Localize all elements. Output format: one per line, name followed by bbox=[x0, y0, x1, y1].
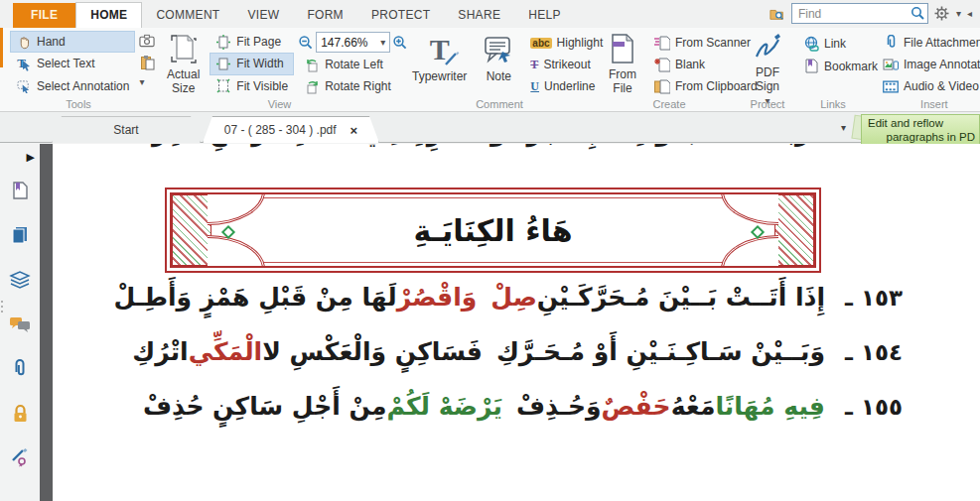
verse-number: ١٥٤ ـ bbox=[825, 339, 903, 365]
tab-home[interactable]: HOME bbox=[75, 2, 142, 28]
select-text-label: Select Text bbox=[37, 57, 94, 70]
folder-search-icon[interactable] bbox=[770, 6, 785, 22]
expand-arrow-icon: ▶ bbox=[27, 151, 35, 164]
group-view-label: View bbox=[157, 98, 402, 110]
fit-page-button[interactable]: Fit Page bbox=[210, 31, 294, 53]
tab-list-caret-down-icon[interactable]: ▾ bbox=[841, 122, 846, 133]
verse-number: ١٥٢ ـ bbox=[825, 144, 903, 146]
verse-segment: وَاقْصُرْ bbox=[397, 283, 478, 312]
panel-splitter-dots[interactable] bbox=[1, 301, 3, 313]
tab-help[interactable]: HELP bbox=[514, 3, 575, 28]
tab-share[interactable]: SHARE bbox=[444, 3, 514, 28]
audio-video-button[interactable]: Audio & Video bbox=[877, 75, 980, 97]
tab-comment[interactable]: COMMENT bbox=[142, 3, 233, 28]
tab-file[interactable]: FILE bbox=[13, 3, 75, 28]
note-button[interactable]: Note bbox=[477, 31, 520, 97]
file-attachment-button[interactable]: File Attachment bbox=[877, 32, 980, 54]
hand-icon bbox=[16, 34, 32, 50]
expand-panel-button[interactable]: ▶ bbox=[3, 146, 37, 168]
rotate-right-icon bbox=[304, 78, 320, 94]
pdf-sign-button[interactable]: PDF Sign ▾ bbox=[746, 31, 789, 97]
bookmark-button[interactable]: Bookmark bbox=[797, 55, 884, 77]
section-title-frame: هَاءُ الكِنَايَـةِ bbox=[165, 188, 821, 273]
zoom-level-combobox[interactable]: 147.66% ▾ bbox=[316, 32, 390, 53]
sidebar-bookmarks-button[interactable] bbox=[3, 168, 37, 212]
verse-segment: لَهَا مِنْ قَبْلِ هَمْزٍ وَأَطِـلْ bbox=[114, 283, 397, 312]
group-insert: File Attachment Image Annotat Audio & Vi… bbox=[873, 28, 980, 111]
frame-corner-arc bbox=[721, 192, 778, 225]
fit-width-label: Fit Width bbox=[236, 57, 283, 70]
main-area: ▶ bbox=[0, 144, 980, 501]
actual-size-button[interactable]: Actual Size bbox=[161, 31, 206, 97]
audio-video-icon bbox=[883, 78, 899, 94]
fit-page-label: Fit Page bbox=[236, 35, 281, 49]
gear-icon[interactable] bbox=[934, 6, 950, 22]
layers-icon bbox=[9, 270, 31, 290]
snapshot-camera-icon[interactable] bbox=[139, 33, 155, 49]
hand-tool-button[interactable]: Hand bbox=[10, 31, 135, 53]
select-annotation-button[interactable]: Select Annotation bbox=[10, 75, 135, 97]
sidebar-pages-button[interactable] bbox=[3, 212, 37, 257]
comments-icon bbox=[9, 315, 31, 333]
select-text-button[interactable]: T Select Text bbox=[10, 53, 135, 74]
verse-segment: صِلْ bbox=[490, 283, 536, 312]
verse-segment: وَبَــيْنْ سَـاكِـنَـيْنِ أَوْ مُـحَـرَّ… bbox=[496, 337, 825, 366]
from-file-button[interactable]: From File bbox=[601, 31, 644, 97]
sidebar-signature-button[interactable] bbox=[3, 436, 37, 480]
verse-segment: مَعْهُ bbox=[671, 392, 716, 421]
tab-form[interactable]: FORM bbox=[293, 3, 357, 28]
rotate-right-button[interactable]: Rotate Right bbox=[298, 75, 408, 97]
pdf-page: ١٥٢ ـ أَرْبَعَـةٌ نَصْبٌ وَسِتٌّ بِـالْج… bbox=[53, 144, 980, 501]
close-tab-icon[interactable]: × bbox=[350, 123, 358, 138]
navigation-sidebar: ▶ bbox=[0, 144, 40, 501]
gear-caret-down-icon[interactable]: ▾ bbox=[956, 8, 961, 19]
verse-segment: وَكَسْـرِهِ فِي حَالَـةِ الرَّفْـعِ نُصِ… bbox=[152, 144, 505, 147]
verse-segment: اتْرُكِ bbox=[132, 337, 188, 366]
doc-tab-document[interactable]: 07 - ( 285 - 304 ) .pdf × bbox=[203, 116, 379, 143]
note-icon bbox=[483, 33, 514, 66]
verse-row: ١٥٤ ـ وَبَــيْنْ سَـاكِـنَـيْنِ أَوْ مُـ… bbox=[53, 337, 980, 392]
hemistich-right: فِيهِ مُهَانًا مَعْهُ حَفْصٌ وَحُـذِفْ bbox=[516, 392, 825, 421]
collapse-toolbar-chevron-left-icon[interactable]: ◂ bbox=[967, 8, 972, 19]
verse-segment: وَحُـذِفْ bbox=[516, 392, 602, 421]
clipboard-caret-down-icon[interactable]: ▾ bbox=[139, 76, 155, 87]
tab-view[interactable]: VIEW bbox=[234, 3, 294, 28]
find-input[interactable] bbox=[791, 3, 928, 24]
rotate-left-button[interactable]: Rotate Left bbox=[298, 54, 408, 75]
doc-tab-start[interactable]: Start bbox=[52, 116, 201, 143]
clipboard-paste-icon[interactable] bbox=[139, 55, 155, 70]
group-create-label: Create bbox=[597, 98, 742, 110]
fit-visible-label: Fit Visible bbox=[236, 79, 288, 93]
search-icon[interactable] bbox=[910, 6, 925, 21]
group-links-label: Links bbox=[793, 98, 873, 110]
bookmark-label: Bookmark bbox=[824, 60, 878, 73]
edit-reflow-tooltip: Edit and reflow paragraphs in PD bbox=[861, 114, 980, 145]
link-button[interactable]: Link bbox=[797, 32, 884, 55]
select-annotation-label: Select Annotation bbox=[37, 79, 129, 93]
from-scanner-label: From Scanner bbox=[675, 36, 751, 50]
image-annotation-icon bbox=[883, 57, 899, 72]
hemistich-left: وَاقْصُرْ لَهَا مِنْ قَبْلِ هَمْزٍ وَأَط… bbox=[114, 283, 478, 312]
verse-row: ١٥٣ ـ إِذَا أَتَــتْ بَــيْنَ مُـحَرَّكَ… bbox=[53, 283, 980, 337]
zoom-out-icon[interactable] bbox=[298, 35, 314, 51]
paperclip-icon bbox=[12, 359, 28, 379]
frame-corner-arc bbox=[208, 192, 265, 225]
hemistich-right: أَرْبَعَـةٌ نَصْبٌ وَسِتٌّ بِـالْجَرِّ bbox=[519, 144, 825, 147]
image-annotation-button[interactable]: Image Annotat bbox=[877, 54, 980, 75]
group-view: Actual Size Fit Page Fit Width bbox=[157, 28, 402, 111]
actual-size-label: Actual Size bbox=[167, 68, 200, 96]
sidebar-attachments-button[interactable] bbox=[3, 346, 37, 391]
fit-width-button[interactable]: Fit Width bbox=[210, 53, 294, 74]
sidebar-comments-button[interactable] bbox=[3, 302, 37, 346]
link-globe-icon bbox=[803, 36, 819, 52]
lock-icon bbox=[12, 404, 29, 424]
bookmark-page-icon bbox=[11, 181, 29, 200]
sidebar-layers-button[interactable] bbox=[3, 257, 37, 302]
hemistich-right: وَبَــيْنْ سَـاكِـنَـيْنِ أَوْ مُـحَـرَّ… bbox=[496, 337, 825, 366]
fit-visible-button[interactable]: Fit Visible bbox=[210, 75, 294, 97]
tab-protect[interactable]: PROTECT bbox=[357, 3, 444, 28]
sidebar-security-button[interactable] bbox=[3, 391, 37, 436]
highlight-icon: abc bbox=[530, 38, 551, 49]
typewriter-button[interactable]: T Typewriter bbox=[406, 31, 473, 97]
hemistich-left: وَكَسْـرِهِ فِي حَالَـةِ الرَّفْـعِ نُصِ… bbox=[152, 144, 505, 147]
